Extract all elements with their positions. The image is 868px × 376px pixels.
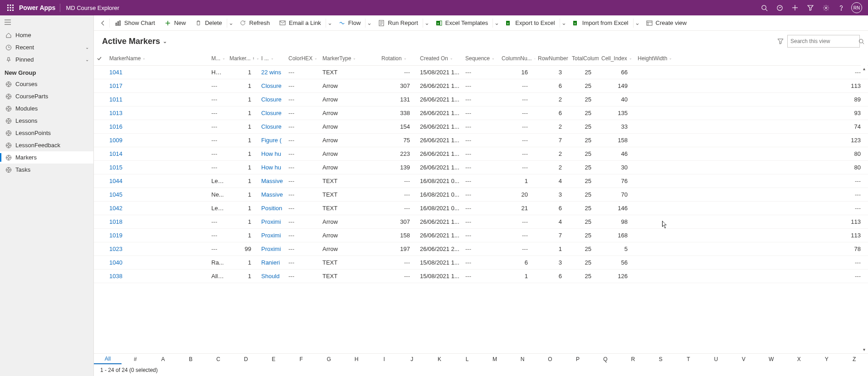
alpha-D[interactable]: D (232, 354, 260, 364)
table-row[interactable]: 1040Ra...1Ranieri---TEXT---15/08/2021 1.… (94, 255, 868, 269)
column-header[interactable]: TotalColum...⌄ (569, 52, 599, 65)
select-all-checkbox[interactable] (94, 52, 107, 65)
table-row[interactable]: 1019---1Proximi---Arrow15826/06/2021 1..… (94, 228, 868, 242)
add-icon[interactable] (787, 0, 803, 15)
record-link[interactable]: 1038 (109, 273, 122, 280)
sidebar-item-tasks[interactable]: Tasks (0, 164, 93, 176)
row-checkbox[interactable] (94, 65, 107, 79)
record-link[interactable]: How hu (261, 164, 281, 171)
grid[interactable]: MarkerName⌄M...⌄Marker...↑⌄I ...⌄ColorHE… (94, 52, 868, 353)
record-link[interactable]: 1018 (109, 218, 122, 225)
delete-split[interactable]: ⌄ (227, 19, 235, 28)
record-link[interactable]: Closure (261, 96, 282, 103)
table-row[interactable]: 1045Ne...1Massive---TEXT---16/08/2021 0.… (94, 188, 868, 201)
record-link[interactable]: 1044 (109, 178, 122, 184)
alpha-R[interactable]: R (619, 354, 647, 364)
alpha-Q[interactable]: Q (591, 354, 619, 364)
alpha-C[interactable]: C (205, 354, 232, 364)
record-link[interactable]: 1009 (109, 137, 122, 144)
row-checkbox[interactable] (94, 147, 107, 160)
table-row[interactable]: 1042Lei...1Position---TEXT---16/08/2021 … (94, 201, 868, 215)
back-icon[interactable] (97, 20, 109, 26)
record-link[interactable]: Proximi (261, 246, 281, 252)
sidebar-item-lessonfeedback[interactable]: LessonFeedback (0, 139, 93, 151)
column-header[interactable]: RowNumber⌄ (535, 52, 569, 65)
alpha-P[interactable]: P (564, 354, 591, 364)
row-checkbox[interactable] (94, 160, 107, 174)
record-link[interactable]: Closure (261, 110, 282, 116)
record-link[interactable]: 1016 (109, 123, 122, 130)
alpha-J[interactable]: J (398, 354, 426, 364)
sidebar-item-markers[interactable]: Markers (0, 151, 93, 164)
row-checkbox[interactable] (94, 215, 107, 228)
row-checkbox[interactable] (94, 174, 107, 188)
column-header[interactable]: Rotation⌄ (379, 52, 417, 65)
record-link[interactable]: Position (261, 205, 282, 212)
record-link[interactable]: Proximi (261, 232, 281, 239)
filter-funnel-icon[interactable] (774, 38, 787, 44)
excel-tpl-split[interactable]: ⌄ (493, 19, 501, 28)
sidebar-item-courses[interactable]: Courses (0, 78, 93, 90)
alpha-M[interactable]: M (481, 354, 509, 364)
brand-label[interactable]: Power Apps (17, 4, 60, 12)
app-launcher-icon[interactable] (4, 5, 17, 11)
alpha-W[interactable]: W (757, 354, 785, 364)
row-checkbox[interactable] (94, 120, 107, 133)
record-link[interactable]: 1011 (109, 96, 122, 103)
row-checkbox[interactable] (94, 92, 107, 106)
record-link[interactable]: 1042 (109, 205, 122, 212)
scroll-up-icon[interactable]: ▴ (861, 65, 867, 72)
record-link[interactable]: Proximi (261, 218, 281, 225)
record-link[interactable]: Massive (261, 178, 283, 184)
alpha-Y[interactable]: Y (813, 354, 840, 364)
row-checkbox[interactable] (94, 106, 107, 120)
alpha-L[interactable]: L (454, 354, 481, 364)
alpha-H[interactable]: H (343, 354, 371, 364)
sidebar-home[interactable]: Home (0, 29, 93, 41)
record-link[interactable]: 1019 (109, 232, 122, 239)
alpha-K[interactable]: K (426, 354, 454, 364)
alpha-T[interactable]: T (674, 354, 702, 364)
new-button[interactable]: New (160, 15, 190, 31)
record-link[interactable]: 1014 (109, 150, 122, 157)
record-link[interactable]: Figure ( (261, 137, 282, 144)
alpha-G[interactable]: G (315, 354, 343, 364)
search-input[interactable] (790, 38, 858, 44)
import-split[interactable]: ⌄ (633, 19, 641, 28)
alpha-B[interactable]: B (177, 354, 205, 364)
scroll-down-icon[interactable]: ▾ (861, 346, 867, 352)
sidebar-item-modules[interactable]: Modules (0, 102, 93, 115)
table-row[interactable]: 1044Lei...1Massive---TEXT---16/08/2021 0… (94, 174, 868, 188)
sidebar-item-courseparts[interactable]: CourseParts (0, 90, 93, 102)
run-report-button[interactable]: Run Report (373, 15, 422, 31)
gear-icon[interactable] (818, 0, 834, 15)
column-header[interactable]: Cell_Index⌄ (599, 52, 635, 65)
table-row[interactable]: 1013---1Closure---Arrow33826/06/2021 1..… (94, 106, 868, 120)
export-excel-button[interactable]: x Export to Excel (501, 15, 559, 31)
column-header[interactable]: Marker...↑⌄ (227, 52, 258, 65)
record-link[interactable]: 1017 (109, 82, 122, 89)
record-link[interactable]: 1023 (109, 246, 122, 252)
record-link[interactable]: 1015 (109, 164, 122, 171)
delete-button[interactable]: Delete (190, 15, 227, 31)
alpha-E[interactable]: E (260, 354, 288, 364)
row-checkbox[interactable] (94, 228, 107, 242)
avatar[interactable]: RN (849, 0, 864, 15)
alpha-V[interactable]: V (730, 354, 757, 364)
record-link[interactable]: 1041 (109, 69, 122, 76)
refresh-button[interactable]: Refresh (235, 15, 275, 31)
sidebar-item-lessons[interactable]: Lessons (0, 115, 93, 127)
filter-icon[interactable] (803, 0, 818, 15)
email-split[interactable]: ⌄ (326, 19, 334, 28)
record-link[interactable]: Ranieri (261, 259, 280, 266)
alpha-X[interactable]: X (785, 354, 813, 364)
sidebar-recent[interactable]: Recent ⌄ (0, 41, 93, 53)
alpha-O[interactable]: O (536, 354, 564, 364)
record-link[interactable]: How hu (261, 150, 281, 157)
alpha-F[interactable]: F (288, 354, 315, 364)
report-split[interactable]: ⌄ (423, 19, 431, 28)
help-icon[interactable] (834, 0, 849, 15)
table-row[interactable]: 1041He'...122 wins---TEXT---15/08/2021 1… (94, 65, 868, 79)
column-header[interactable]: Sequence⌄ (463, 52, 499, 65)
row-checkbox[interactable] (94, 269, 107, 283)
